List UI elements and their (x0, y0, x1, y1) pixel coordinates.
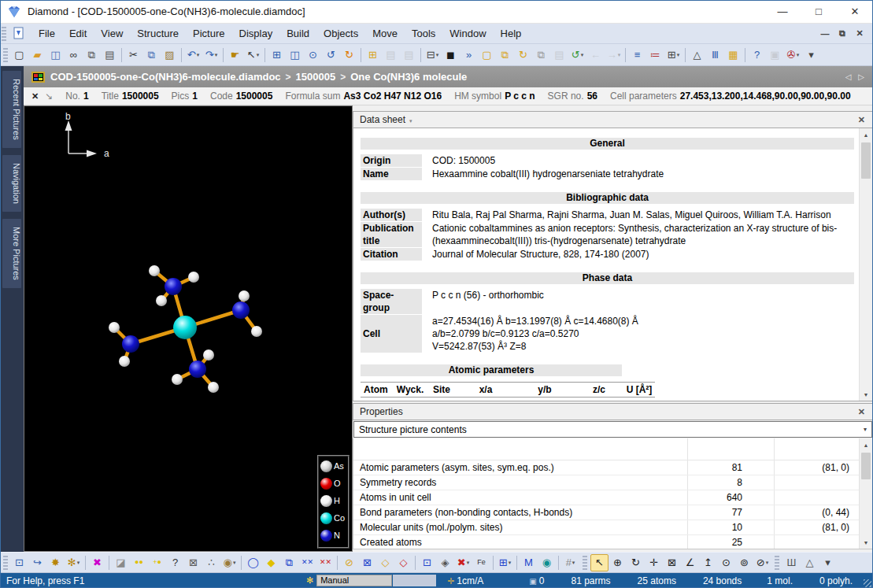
menu-structure[interactable]: Structure (130, 25, 186, 43)
copy-polyhedra-icon[interactable]: ⧉ (280, 554, 298, 571)
select-mode-icon[interactable]: ↖ (590, 554, 609, 571)
pan-hand-icon[interactable]: ☛ (226, 46, 244, 64)
properties-table-icon[interactable]: ▦ (724, 46, 742, 64)
pointer-icon[interactable]: ↖▾ (244, 46, 262, 64)
data-sheet-header[interactable]: Data sheet ▾ ✕ (353, 111, 873, 128)
contents-select[interactable]: Structure picture contents ▾ (353, 421, 872, 438)
send-document-icon[interactable]: ↪ (28, 554, 46, 571)
move-mode-icon[interactable]: ⊕ (609, 554, 627, 571)
scrollbar-thumb[interactable] (861, 453, 871, 479)
picture-layers-icon[interactable]: ▤ (550, 46, 568, 64)
polyhedron-filled-icon[interactable]: ◆ (262, 554, 280, 571)
mdi-close-icon[interactable]: ✕ (851, 28, 868, 39)
menu-objects[interactable]: Objects (316, 25, 365, 43)
breadcrumb-picture[interactable]: One Co(NH3)6 molecule (350, 71, 467, 83)
grid-setup-icon[interactable]: #▾ (561, 554, 579, 571)
filled-atom-icon[interactable]: ◉▾ (220, 554, 239, 571)
delete-bonds-blue-icon[interactable]: ✕✕ (298, 554, 316, 571)
tab-navigation[interactable]: Navigation (2, 155, 21, 212)
polyhedron-outline-icon[interactable]: ◯ (244, 554, 262, 571)
new-picture-icon[interactable]: ▢ (478, 46, 496, 64)
list-view-icon[interactable]: ≡ (628, 46, 646, 64)
scroll-down-icon[interactable]: ▼ (860, 388, 872, 401)
mdi-restore-icon[interactable]: ⧉ (834, 28, 851, 39)
more-buttons-icon[interactable]: ▾ (819, 554, 837, 571)
tab-more-pictures[interactable]: More Pictures (2, 219, 21, 288)
scrollbar-thumb[interactable] (861, 142, 871, 179)
dropdown-caret-icon[interactable]: ▾ (509, 560, 512, 566)
picture-wizard-icon[interactable]: ✻▾ (65, 554, 83, 571)
molecule-canvas[interactable]: b a (24, 106, 352, 551)
polyhedra-view-icon[interactable]: ◈ (436, 554, 454, 571)
open-folder-icon[interactable]: ▰ (28, 46, 46, 64)
plane-yellow-icon[interactable]: ◇ (376, 554, 394, 571)
destroy-icon[interactable]: ✖ (88, 554, 106, 571)
update-document-icon[interactable]: ⊡ (10, 554, 28, 571)
promote-sheet-icon[interactable]: ▤ (382, 46, 400, 64)
new-table-icon[interactable]: ⊞ (364, 46, 382, 64)
dropdown-caret-icon[interactable]: ▾ (572, 560, 575, 566)
navigation-pane-icon[interactable]: ⊞ (268, 46, 286, 64)
table-row[interactable]: Atoms in unit cell 640 (353, 490, 859, 505)
distance-diagram-icon[interactable]: Ш (782, 554, 801, 571)
resize-grip-icon[interactable] (864, 579, 871, 587)
toolbar-overflow-icon[interactable]: ▾ (802, 46, 820, 64)
mode-select[interactable]: Manual (316, 575, 392, 586)
tilt-mode-icon[interactable]: ↥ (699, 554, 717, 571)
print-icon[interactable]: ▤ (101, 46, 119, 64)
video-recorder-icon[interactable]: ✇▾ (784, 46, 802, 64)
anim-x-icon[interactable]: ⊚ (735, 554, 753, 571)
dropdown-caret-icon[interactable]: ▾ (797, 52, 800, 58)
properties-pane-icon[interactable]: ◫ (286, 46, 304, 64)
unit-cell-icon[interactable]: ⊡ (418, 554, 436, 571)
paste-icon[interactable]: ▨ (161, 46, 179, 64)
plane-red-icon[interactable]: ◇ (394, 554, 412, 571)
infobar-close-icon[interactable]: ✕ (31, 91, 39, 102)
dropdown-caret-icon[interactable]: ▾ (257, 52, 260, 58)
eraser-icon[interactable]: ◪ (112, 554, 130, 571)
menu-help[interactable]: Help (494, 25, 529, 43)
picture-mode-icon[interactable]: ◼ (442, 46, 460, 64)
menu-tools[interactable]: Tools (405, 25, 442, 43)
table-row[interactable]: Atomic parameters (asym. sites, sym.eq. … (353, 460, 859, 475)
menu-window[interactable]: Window (442, 25, 493, 43)
tab-recent-pictures[interactable]: Recent Pictures (2, 71, 21, 148)
close-icon[interactable]: ✕ (858, 407, 872, 417)
structure-wizard-icon[interactable]: ✸ (46, 554, 65, 571)
atom-label-icon[interactable]: Fe (472, 554, 490, 571)
panel-caret-icon[interactable]: ▾ (409, 118, 412, 124)
table-row[interactable]: As1 8e 1 0.13009(1) 0.47924(2) 0.52012(1… (361, 398, 655, 401)
copy-icon[interactable]: ⧉ (142, 46, 161, 64)
copy-picture-icon[interactable]: ⧉ (496, 46, 514, 64)
edit-net-icon[interactable]: ⊠ (358, 554, 376, 571)
mdi-minimize-icon[interactable]: — (816, 29, 834, 39)
spin-mode-icon[interactable]: ⊙ (717, 554, 735, 571)
table-row[interactable]: Bond parameters (non-bonding contacts, H… (353, 505, 859, 520)
menu-edit[interactable]: Edit (62, 25, 94, 43)
print-preview-icon[interactable]: ⧉ (83, 46, 101, 64)
anim-y-icon[interactable]: ⊘▾ (753, 554, 771, 571)
breadcrumb-nav-arrows-icon[interactable]: ◁ ▷ (845, 72, 873, 81)
breadcrumb-structure[interactable]: 1500005 (296, 71, 336, 83)
undo-icon[interactable]: ↶▾ (184, 46, 202, 64)
dropdown-caret-icon[interactable]: ▾ (467, 560, 470, 566)
breadcrumb-document[interactable]: COD-1500005-one-Co(NH3)6-molecule.diamdo… (50, 71, 281, 83)
dropdown-caret-icon[interactable]: ▾ (197, 52, 200, 58)
demote-sheet-icon[interactable]: ▤ (400, 46, 418, 64)
history-pane-icon[interactable]: ⊙ (304, 46, 322, 64)
table-row[interactable]: Created atoms 25 (353, 535, 859, 549)
cut-icon[interactable]: ✂ (124, 46, 142, 64)
scroll-down-icon[interactable]: ▼ (860, 536, 872, 549)
screenshot-icon[interactable]: ▣ (766, 46, 784, 64)
atom-question-icon[interactable]: ? (166, 554, 184, 571)
menu-view[interactable]: View (94, 25, 130, 43)
properties-header[interactable]: Properties ✕ (353, 403, 873, 420)
table-view-icon[interactable]: ⊞▾ (664, 46, 682, 64)
chevron-down-icon[interactable]: ▾ (864, 426, 871, 433)
picture-history-icon[interactable]: ↺▾ (568, 46, 586, 64)
infobar-jump-icon[interactable]: ↘ (45, 91, 53, 102)
delete-bonds-red-icon[interactable]: ✕✕ (316, 554, 335, 571)
data-grid-icon[interactable]: ⊟▾ (424, 46, 442, 64)
menu-picture[interactable]: Picture (186, 25, 231, 43)
data-sheet-scrollbar[interactable]: ▲ ▼ (859, 128, 872, 401)
